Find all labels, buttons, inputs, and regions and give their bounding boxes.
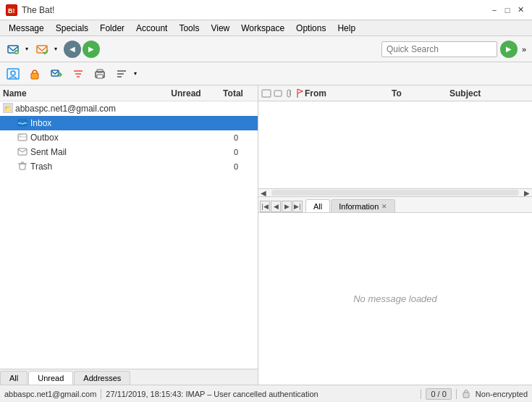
sent-label: Sent Mail (30, 147, 164, 157)
tab-addresses[interactable]: Addresses (74, 371, 130, 385)
menu-account[interactable]: Account (130, 20, 173, 35)
main-layout: Name Unread Total 📁 abbaspc.net1@gmail.c… (0, 85, 532, 385)
status-bar: abbaspc.net1@gmail.com 27/11/2019, 18:15… (0, 385, 532, 402)
svg-text:+: + (15, 50, 18, 55)
outbox-icon (17, 132, 28, 144)
scroll-left-button[interactable]: ◀ (258, 189, 269, 197)
menu-options[interactable]: Options (290, 20, 332, 35)
title-bar: B! The Bat! − □ ✕ (0, 0, 532, 20)
status-sep-2 (421, 389, 421, 399)
printer-button[interactable] (90, 64, 110, 84)
account-email: abbaspc.net1@gmail.com (15, 104, 116, 114)
inbox-icon (17, 117, 28, 130)
folder-item-sent[interactable]: Sent Mail 0 (0, 145, 258, 159)
search-button[interactable]: ▶ (500, 41, 518, 58)
menu-specials[interactable]: Specials (50, 20, 94, 35)
preview-nav-buttons: |◀ ◀ ▶ ▶| (260, 201, 303, 212)
minimize-button[interactable]: − (489, 4, 500, 16)
menu-workspace[interactable]: Workspace (235, 20, 290, 35)
app-icon: B! (6, 4, 17, 16)
svg-text:B!: B! (8, 7, 15, 14)
to-column-header: To (392, 88, 449, 99)
preview-next-button[interactable]: ▶ (282, 201, 292, 212)
app-title: The Bat! (22, 5, 54, 15)
sort-dropdown-arrow[interactable]: ▾ (132, 64, 139, 84)
preview-tab-bar: |◀ ◀ ▶ ▶| All Information ✕ (258, 197, 532, 213)
preview-prev-button[interactable]: ◀ (271, 201, 281, 212)
attachment-col-icon (284, 88, 295, 99)
lock-button[interactable] (25, 64, 45, 84)
icon-columns (261, 88, 305, 99)
horizontal-scrollbar[interactable]: ◀ ▶ (258, 188, 532, 197)
menu-help[interactable]: Help (332, 20, 361, 35)
no-message-text: No message loaded (353, 293, 437, 304)
back-button[interactable]: ◀ (64, 41, 81, 58)
preview-tab-close-btn[interactable]: ✕ (381, 203, 387, 210)
email-list-header: From To Subject (258, 85, 532, 101)
check-mail-dropdown-arrow[interactable]: ▾ (52, 39, 59, 59)
preview-tab-information[interactable]: Information ✕ (331, 199, 395, 212)
svg-rect-14 (97, 75, 103, 78)
status-email: abbaspc.net1@gmail.com (4, 390, 96, 398)
window-controls: − □ ✕ (489, 4, 526, 16)
compose-button[interactable]: + (3, 39, 23, 59)
left-panel-tabs: All Unread Addresses (0, 369, 258, 385)
check-mail-button[interactable] (32, 39, 52, 59)
name-column-header: Name (3, 88, 161, 99)
preview-tab-all[interactable]: All (305, 199, 330, 212)
sent-total-count: 0 (214, 148, 258, 156)
status-sep-1 (101, 389, 101, 399)
encryption-status: Non-encrypted (476, 390, 528, 398)
status-right: 0 / 0 Non-encrypted (421, 388, 528, 400)
scroll-track (271, 190, 519, 196)
status-message: 27/11/2019, 18:15:43: IMAP – User cancel… (106, 390, 416, 398)
address-book-button[interactable] (3, 64, 23, 84)
preview-last-button[interactable]: ▶| (292, 201, 303, 212)
filter-button[interactable] (68, 64, 88, 84)
svg-rect-29 (463, 393, 469, 398)
preview-first-button[interactable]: |◀ (260, 201, 270, 212)
email-list[interactable] (258, 101, 532, 188)
svg-rect-22 (18, 134, 27, 141)
close-button[interactable]: ✕ (515, 4, 526, 16)
sent-icon (17, 146, 28, 159)
status-count: 0 / 0 (426, 388, 451, 400)
subject-column-header: Subject (449, 88, 529, 99)
email-panel: From To Subject ◀ ▶ |◀ ◀ ▶ ▶| All Inform… (258, 85, 532, 385)
secondary-toolbar: ▾ (0, 62, 532, 85)
forward-button[interactable]: ▶ (83, 41, 100, 58)
search-input[interactable] (381, 41, 497, 57)
flag-col-icon (296, 88, 303, 99)
outbox-label: Outbox (30, 133, 164, 143)
tab-all[interactable]: All (0, 371, 28, 385)
menu-message[interactable]: Message (3, 20, 50, 35)
scroll-right-button[interactable]: ▶ (522, 189, 532, 197)
account-item[interactable]: 📁 abbaspc.net1@gmail.com (0, 101, 258, 116)
from-column-header: From (305, 88, 392, 99)
trash-icon (17, 161, 28, 173)
svg-point-7 (11, 71, 15, 75)
folder-list-header: Name Unread Total (0, 85, 258, 101)
outbox-total-count: 0 (214, 133, 258, 142)
maximize-button[interactable]: □ (502, 4, 513, 16)
tab-unread[interactable]: Unread (28, 371, 73, 385)
trash-total-count: 0 (214, 162, 258, 171)
toolbar-more-button[interactable]: » (519, 43, 529, 55)
send-later-button[interactable] (46, 64, 67, 84)
menu-tools[interactable]: Tools (173, 20, 205, 35)
folder-item-trash[interactable]: Trash 0 (0, 159, 258, 174)
folder-item-outbox[interactable]: Outbox 0 (0, 130, 258, 145)
folder-tree: 📁 abbaspc.net1@gmail.com Inbox (0, 101, 258, 369)
compose-btn-group: + ▾ (3, 39, 30, 59)
account-icon: 📁 (3, 103, 13, 113)
menu-folder[interactable]: Folder (94, 20, 130, 35)
compose-dropdown-arrow[interactable]: ▾ (23, 39, 30, 59)
main-toolbar: + ▾ ▾ ◀ ▶ ▶ » (0, 36, 532, 62)
folder-panel: Name Unread Total 📁 abbaspc.net1@gmail.c… (0, 85, 258, 385)
status-sep-3 (456, 389, 457, 399)
total-column-header: Total (211, 88, 255, 99)
folder-item-inbox[interactable]: Inbox (0, 116, 258, 130)
svg-rect-27 (262, 90, 271, 97)
sort-button[interactable] (111, 64, 132, 84)
menu-view[interactable]: View (205, 20, 235, 35)
